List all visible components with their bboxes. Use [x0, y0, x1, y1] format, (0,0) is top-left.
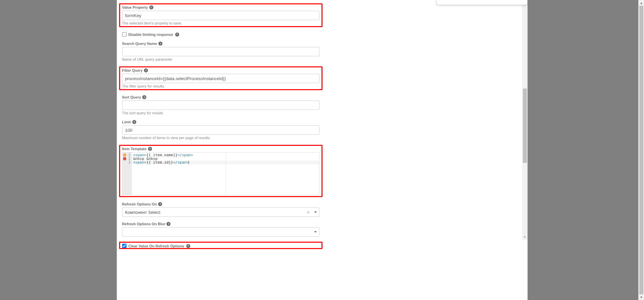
- limit-label: Limit ?: [122, 120, 319, 124]
- chevron-down-icon: [314, 212, 317, 213]
- scroll-down-icon[interactable]: ▼: [522, 234, 528, 240]
- clear-value-on-refresh-row[interactable]: Clear Value On Refresh Options ?: [122, 244, 319, 248]
- disable-limiting-row[interactable]: Disable limiting response ?: [122, 32, 319, 37]
- filter-query-input[interactable]: [122, 74, 319, 83]
- refresh-options-on-blur-select[interactable]: [122, 227, 319, 237]
- form-column: Value Property ? The selected item's pro…: [122, 3, 319, 251]
- help-icon[interactable]: ?: [175, 33, 179, 37]
- filter-query-help: The filter query for results.: [122, 84, 319, 88]
- search-query-name-help: Name of URL query parameter: [122, 57, 319, 61]
- help-icon[interactable]: ?: [186, 244, 190, 248]
- clear-value-on-refresh-checkbox[interactable]: [122, 244, 127, 248]
- help-icon[interactable]: ?: [142, 95, 146, 99]
- item-template-editor[interactable]: 1 2 3 <span>{{ item.name}}</span> &nbsp …: [122, 152, 319, 195]
- search-query-name-input[interactable]: [122, 47, 319, 56]
- sort-query-label: Sort Query ?: [122, 95, 319, 99]
- refresh-options-on-label: Refresh Options On ?: [122, 202, 319, 206]
- code-split-divider: [226, 153, 226, 195]
- notification-bubble: [436, 0, 528, 5]
- search-query-name-label: Search Query Name ?: [122, 42, 319, 46]
- help-icon[interactable]: ?: [158, 202, 162, 206]
- item-template-group: Item Template ? 1 2 3 <span>{{ item.name…: [119, 145, 323, 197]
- gutter-line: 2: [122, 157, 132, 161]
- refresh-options-on-blur-label: Refresh Options On Blur ?: [122, 222, 319, 226]
- scroll-track[interactable]: [639, 6, 644, 294]
- filter-query-group: Filter Query ? The filter query for resu…: [119, 66, 323, 90]
- label-text: Filter Query: [122, 68, 143, 72]
- filter-query-label: Filter Query ?: [122, 68, 319, 72]
- item-template-label: Item Template ?: [122, 147, 319, 151]
- disable-limiting-checkbox[interactable]: [122, 32, 127, 37]
- refresh-options-on-blur-group: Refresh Options On Blur ?: [122, 222, 319, 237]
- sort-query-help: The sort query for results: [122, 111, 319, 115]
- gutter-line: 1: [122, 153, 132, 157]
- modal-body: Value Property ? The selected item's pro…: [117, 0, 528, 300]
- clear-value-on-refresh-group: Clear Value On Refresh Options ?: [119, 242, 323, 249]
- label-text: Refresh Options On Blur: [122, 222, 165, 226]
- code-body[interactable]: <span>{{ item.name}}</span> &nbsp &nbsp …: [132, 153, 319, 195]
- disable-limiting-label: Disable limiting response: [129, 33, 173, 37]
- help-icon[interactable]: ?: [144, 68, 148, 72]
- clear-icon[interactable]: ×: [307, 210, 310, 215]
- limit-input[interactable]: [122, 125, 319, 135]
- scroll-track[interactable]: [522, 5, 528, 234]
- disable-limiting-group: Disable limiting response ?: [122, 32, 319, 37]
- label-text: Sort Query: [122, 95, 141, 99]
- label-text: Refresh Options On: [122, 202, 157, 206]
- scroll-thumb[interactable]: [523, 88, 527, 163]
- limit-group: Limit ? Maximum number of items to view …: [122, 120, 319, 140]
- label-text: Limit: [122, 120, 131, 124]
- help-icon[interactable]: ?: [132, 120, 136, 124]
- label-text: Search Query Name: [122, 42, 157, 46]
- sort-query-input[interactable]: [122, 101, 319, 110]
- value-property-help: The selected item's property to save.: [122, 21, 319, 25]
- label-text: Item Template: [122, 147, 147, 151]
- refresh-options-on-select[interactable]: Компонент Select ×: [122, 207, 319, 217]
- scroll-down-icon[interactable]: ▼: [639, 294, 644, 300]
- search-query-name-group: Search Query Name ? Name of URL query pa…: [122, 42, 319, 61]
- help-icon[interactable]: ?: [148, 147, 152, 151]
- select-value: Компонент Select: [125, 210, 160, 215]
- clear-value-on-refresh-label: Clear Value On Refresh Options: [129, 244, 184, 248]
- cursor: [189, 161, 189, 164]
- page-scrollbar[interactable]: ▲ ▼: [638, 0, 644, 300]
- label-text: Value Property: [122, 5, 148, 9]
- value-property-group: Value Property ? The selected item's pro…: [119, 3, 323, 27]
- help-icon[interactable]: ?: [166, 222, 170, 226]
- value-property-label: Value Property ?: [122, 5, 319, 9]
- value-property-input[interactable]: [122, 11, 319, 20]
- modal-scrollbar[interactable]: ▲ ▼: [522, 0, 528, 240]
- scroll-thumb[interactable]: [639, 6, 643, 294]
- help-icon[interactable]: ?: [158, 42, 162, 46]
- refresh-options-on-group: Refresh Options On ? Компонент Select ×: [122, 202, 319, 217]
- help-icon[interactable]: ?: [149, 5, 153, 9]
- chevron-down-icon: [314, 231, 317, 233]
- limit-help: Maximum number of items to view per page…: [122, 136, 319, 140]
- gutter-line: 3: [122, 161, 132, 164]
- scroll-up-icon[interactable]: ▲: [639, 0, 644, 6]
- settings-modal: ▲ ▼ Value Property ? The selected item's…: [117, 0, 528, 300]
- page-background: ▲ ▼ Value Property ? The selected item's…: [0, 0, 644, 300]
- code-gutter: 1 2 3: [122, 153, 132, 195]
- sort-query-group: Sort Query ? The sort query for results: [122, 95, 319, 115]
